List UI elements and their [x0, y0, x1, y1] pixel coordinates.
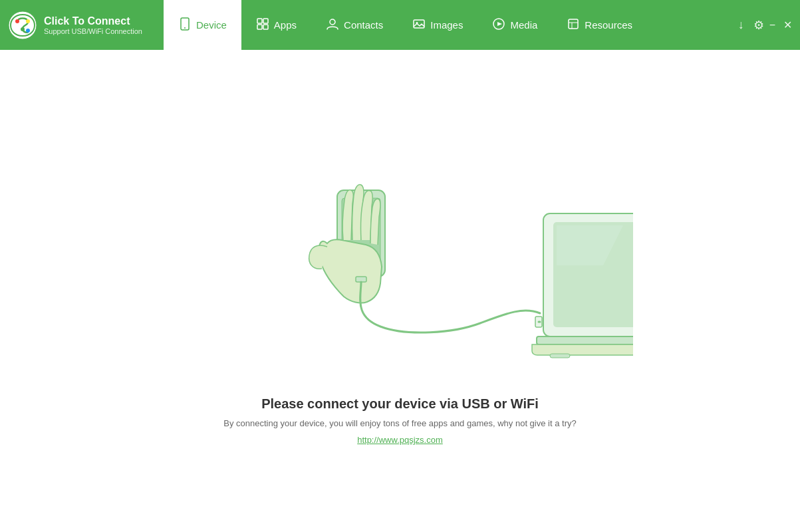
- apps-icon: [256, 17, 269, 33]
- connection-illustration: [168, 137, 633, 376]
- titlebar: Click To Connect Support USB/WiFi Connec…: [0, 0, 800, 50]
- tab-contacts-label: Contacts: [344, 19, 383, 31]
- contacts-icon: [326, 17, 339, 33]
- svg-rect-27: [550, 354, 570, 358]
- connect-title: Please connect your device via USB or Wi…: [261, 396, 539, 412]
- tab-contacts[interactable]: Contacts: [311, 0, 398, 50]
- svg-point-7: [184, 27, 186, 29]
- close-button[interactable]: ✕: [783, 20, 792, 31]
- app-title: Click To Connect: [44, 15, 150, 27]
- svg-rect-26: [537, 336, 633, 344]
- resources-icon: [567, 17, 580, 33]
- svg-rect-8: [257, 19, 262, 23]
- svg-marker-16: [497, 22, 502, 26]
- titlebar-actions: ↓ ⚙: [738, 18, 764, 33]
- nav-tabs: Device Apps Contacts: [164, 0, 738, 50]
- images-icon: [412, 17, 426, 33]
- main-content: Please connect your device via USB or Wi…: [0, 50, 800, 532]
- tab-apps[interactable]: Apps: [241, 0, 311, 50]
- app-title-block: Click To Connect Support USB/WiFi Connec…: [44, 15, 150, 35]
- svg-point-3: [26, 19, 30, 23]
- app-subtitle: Support USB/WiFi Connection: [44, 27, 150, 35]
- connect-link[interactable]: http://www.pqsjzs.com: [357, 435, 443, 445]
- tab-resources[interactable]: Resources: [552, 0, 647, 50]
- device-icon: [178, 17, 192, 33]
- connect-subtitle: By connecting your device, you will enjo…: [223, 418, 576, 428]
- tab-images-label: Images: [430, 19, 463, 31]
- svg-rect-13: [414, 20, 424, 28]
- app-logo: [8, 11, 37, 40]
- svg-point-2: [15, 19, 19, 23]
- tab-media[interactable]: Media: [477, 0, 552, 50]
- tab-media-label: Media: [510, 19, 537, 31]
- settings-icon[interactable]: ⚙: [753, 18, 764, 33]
- svg-point-5: [21, 27, 25, 31]
- window-controls: − ✕: [769, 20, 792, 31]
- svg-point-12: [330, 19, 335, 25]
- svg-rect-17: [569, 19, 578, 29]
- tab-device-label: Device: [196, 19, 227, 31]
- svg-point-4: [26, 29, 30, 33]
- media-icon: [492, 17, 505, 33]
- tab-apps-label: Apps: [274, 19, 297, 31]
- minimize-button[interactable]: −: [769, 20, 775, 31]
- tab-resources-label: Resources: [585, 19, 632, 31]
- svg-rect-10: [257, 25, 262, 29]
- download-icon[interactable]: ↓: [738, 18, 744, 32]
- svg-rect-11: [263, 25, 268, 29]
- svg-rect-9: [263, 19, 268, 23]
- tab-device[interactable]: Device: [164, 0, 241, 50]
- tab-images[interactable]: Images: [398, 0, 477, 50]
